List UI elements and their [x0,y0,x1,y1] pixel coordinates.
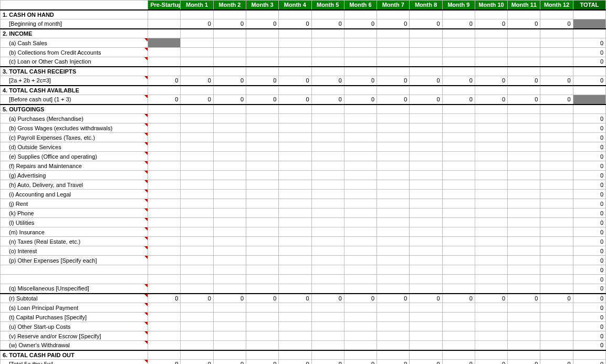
cell-m2[interactable] [213,246,246,256]
cell-m6[interactable] [344,341,377,350]
cell-total[interactable]: 0 [573,360,605,365]
cell-m7[interactable] [377,123,410,133]
cell-m3[interactable] [246,341,279,350]
cell-m9[interactable] [442,123,475,133]
cell-pre[interactable] [148,275,181,284]
cell-m7[interactable] [377,171,410,180]
cell-total[interactable]: 0 [573,303,605,313]
cell-m3[interactable] [246,29,279,38]
cell-m2[interactable] [213,322,246,331]
cell-m4[interactable] [279,38,311,48]
cell-m10[interactable] [475,256,507,265]
cell-m10[interactable]: 0 [475,95,507,105]
cell-m10[interactable] [475,152,507,161]
cell-total[interactable] [573,10,605,19]
cell-m6[interactable] [344,142,377,152]
cell-m8[interactable] [410,152,442,161]
cell-pre[interactable] [148,133,181,142]
cell-m8[interactable] [410,190,442,199]
cell-m8[interactable] [410,350,442,360]
cell-m8[interactable] [410,322,442,331]
cell-total[interactable]: 0 [573,322,605,331]
row-label[interactable]: (l) Utilities [1,218,148,227]
row-label[interactable]: (k) Phone [1,209,148,218]
cell-m6[interactable] [344,313,377,322]
cell-m1[interactable] [181,10,213,19]
cell-m1[interactable] [181,256,213,265]
cell-m5[interactable]: 0 [311,95,344,105]
cell-total[interactable]: 0 [573,341,605,350]
cell-m12[interactable] [540,246,573,256]
cell-m6[interactable] [344,10,377,19]
cell-m11[interactable] [508,171,540,180]
cell-m8[interactable] [410,38,442,48]
header-month-1[interactable]: Month 1 [181,1,213,10]
cell-m12[interactable] [540,67,573,76]
cell-m2[interactable] [213,114,246,123]
cell-m11[interactable] [508,114,540,123]
cell-m11[interactable] [508,133,540,142]
row-label[interactable] [1,275,148,284]
cell-m12[interactable] [540,227,573,237]
cell-m3[interactable] [246,256,279,265]
row-label[interactable]: (o) Interest [1,246,148,256]
header-label[interactable] [1,1,148,10]
cell-total[interactable]: 0 [573,227,605,237]
cell-m11[interactable] [508,265,540,275]
cell-m9[interactable] [442,313,475,322]
cell-m7[interactable] [377,114,410,123]
cell-pre[interactable] [148,86,181,95]
cell-m3[interactable] [246,180,279,190]
cell-pre[interactable] [148,190,181,199]
cell-m8[interactable] [410,246,442,256]
cell-m3[interactable] [246,284,279,294]
header-month-12[interactable]: Month 12 [540,1,573,10]
cell-total[interactable]: 0 [573,171,605,180]
cell-m9[interactable] [442,341,475,350]
cell-m11[interactable]: 0 [508,294,540,303]
cell-m5[interactable] [311,275,344,284]
cell-m2[interactable]: 0 [213,294,246,303]
row-label[interactable]: 2. INCOME [1,29,148,38]
cell-m4[interactable] [279,123,311,133]
row-label[interactable]: (r) Subtotal [1,294,148,303]
cell-m7[interactable] [377,133,410,142]
cell-m12[interactable] [540,218,573,227]
cell-m5[interactable] [311,350,344,360]
cell-m12[interactable]: 0 [540,294,573,303]
cell-m12[interactable] [540,275,573,284]
cell-m6[interactable]: 0 [344,294,377,303]
cell-m8[interactable]: 0 [410,19,442,29]
cell-m1[interactable] [181,133,213,142]
cell-m11[interactable]: 0 [508,76,540,86]
cell-m12[interactable] [540,313,573,322]
cell-m2[interactable] [213,38,246,48]
cell-m12[interactable] [540,133,573,142]
cell-m6[interactable] [344,152,377,161]
cell-m2[interactable] [213,275,246,284]
cell-m6[interactable] [344,284,377,294]
cell-m6[interactable] [344,67,377,76]
cell-m9[interactable] [442,133,475,142]
cell-m11[interactable]: 0 [508,19,540,29]
cell-m2[interactable] [213,123,246,133]
cell-m8[interactable] [410,265,442,275]
cell-m12[interactable] [540,48,573,57]
cell-total[interactable] [573,29,605,38]
cell-pre[interactable] [148,171,181,180]
cell-pre[interactable] [148,38,181,48]
cell-m7[interactable] [377,284,410,294]
cell-m9[interactable] [442,227,475,237]
cell-total[interactable]: 0 [573,313,605,322]
cell-m12[interactable] [540,123,573,133]
cell-m9[interactable] [442,142,475,152]
cell-m4[interactable] [279,265,311,275]
cell-pre[interactable] [148,57,181,67]
row-label[interactable]: (j) Rent [1,199,148,209]
cell-m8[interactable] [410,48,442,57]
cell-m3[interactable] [246,133,279,142]
cell-m9[interactable] [442,114,475,123]
cell-m8[interactable] [410,284,442,294]
cell-m2[interactable] [213,284,246,294]
cell-m5[interactable] [311,199,344,209]
